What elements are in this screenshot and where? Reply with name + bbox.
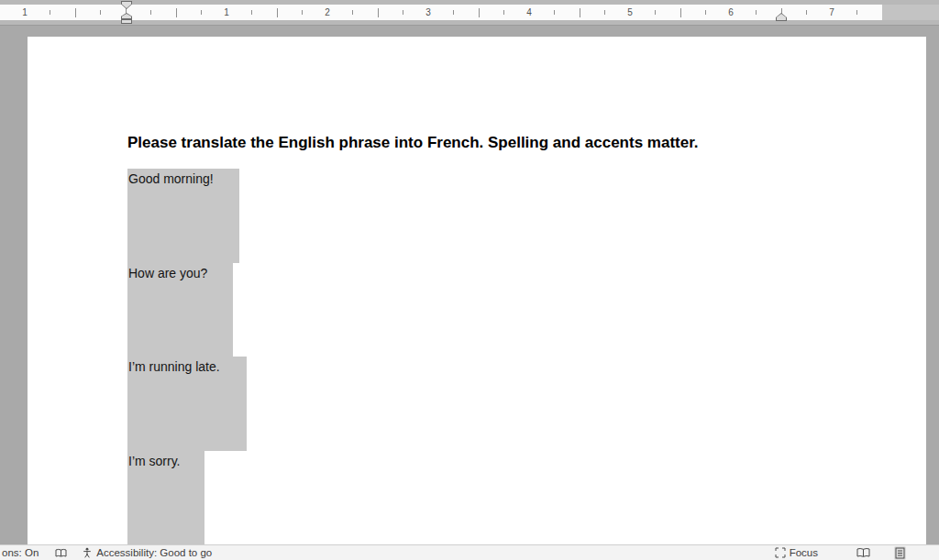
accessibility-icon (82, 547, 93, 558)
form-field[interactable]: How are you? (127, 263, 233, 357)
accessibility-status[interactable]: Accessibility: Good to go (82, 547, 212, 558)
field-phrase: I’m sorry. (127, 451, 204, 468)
accessibility-label: Accessibility: Good to go (96, 547, 212, 558)
ruler[interactable]: 1 1 2 3 4 5 6 7 (0, 0, 939, 26)
left-indent-marker[interactable] (121, 19, 132, 24)
document-heading: Please translate the English phrase into… (127, 134, 699, 152)
read-mode-button[interactable] (856, 547, 870, 558)
text-predictions-status[interactable]: ons: On (2, 547, 39, 558)
spellcheck-icon[interactable] (55, 548, 67, 558)
status-bar: ons: On Accessibility: Good to go (0, 544, 939, 560)
focus-button[interactable]: Focus (775, 547, 818, 558)
document-page[interactable]: Please translate the English phrase into… (28, 37, 926, 544)
print-layout-button[interactable] (894, 546, 906, 560)
focus-label: Focus (790, 547, 818, 558)
ruler-strip[interactable]: 1 1 2 3 4 5 6 7 (0, 5, 882, 20)
field-phrase: I’m running late. (127, 357, 247, 374)
ruler-number: 3 (424, 8, 433, 17)
ruler-margin-area (882, 5, 939, 20)
ruler-number: 2 (323, 8, 332, 17)
ruler-number: 1 (20, 8, 29, 17)
field-phrase: How are you? (127, 263, 233, 280)
form-field[interactable]: I’m sorry. (127, 451, 204, 544)
ruler-number: 4 (525, 8, 534, 17)
form-field[interactable]: I’m running late. (127, 357, 247, 451)
focus-icon (775, 547, 786, 558)
form-field[interactable]: Good morning! (127, 169, 239, 263)
ruler-number: 7 (827, 8, 836, 17)
ruler-number: 1 (222, 8, 231, 17)
ruler-number: 6 (726, 8, 735, 17)
ruler-number: 5 (625, 8, 635, 17)
field-phrase: Good morning! (127, 169, 239, 186)
